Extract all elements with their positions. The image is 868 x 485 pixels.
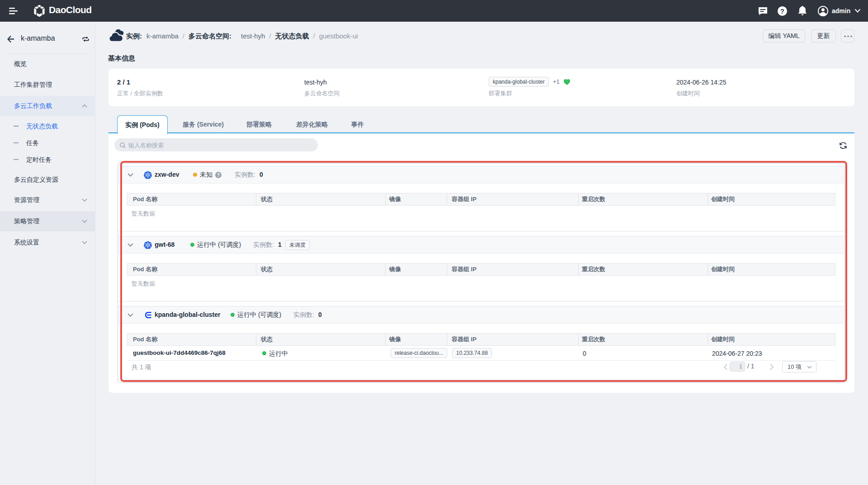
svg-text:?: ? [217,173,220,178]
svg-text:?: ? [780,8,784,15]
